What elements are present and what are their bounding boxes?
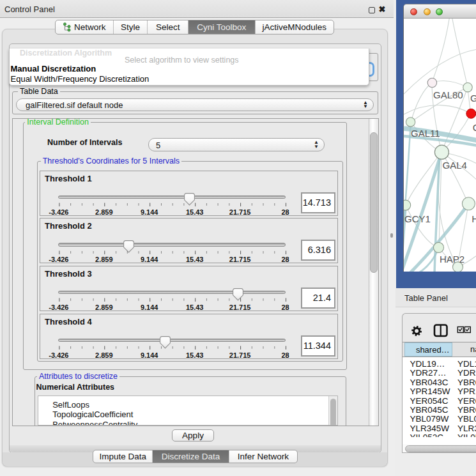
svg-text:GAL11: GAL11 xyxy=(411,128,440,139)
svg-text:GCY1: GCY1 xyxy=(404,213,431,224)
svg-text:GA: GA xyxy=(470,93,476,104)
svg-text:GAL4: GAL4 xyxy=(443,160,467,171)
svg-text:HAP2: HAP2 xyxy=(440,254,464,265)
svg-text:C: C xyxy=(473,122,476,133)
svg-text:GAL80: GAL80 xyxy=(433,89,463,100)
svg-text:H: H xyxy=(472,213,476,224)
